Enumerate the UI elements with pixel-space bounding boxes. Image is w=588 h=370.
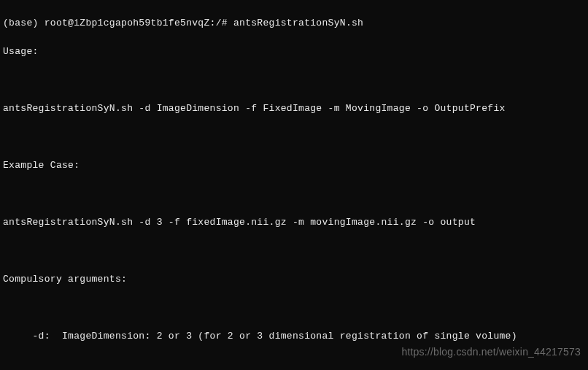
output-line: antsRegistrationSyN.sh -d ImageDimension… <box>3 101 585 116</box>
blank-line <box>3 244 585 258</box>
shell-prompt: (base) root@iZbp1cgapoh59tb1fe5nvqZ:/# <box>3 16 233 31</box>
output-line: antsRegistrationSyN.sh -d 3 -f fixedImag… <box>3 215 585 230</box>
prompt-line: (base) root@iZbp1cgapoh59tb1fe5nvqZ:/# a… <box>3 16 585 31</box>
blank-line <box>3 130 585 144</box>
terminal-output[interactable]: (base) root@iZbp1cgapoh59tb1fe5nvqZ:/# a… <box>3 1 585 370</box>
output-line: Compulsory arguments: <box>3 272 585 287</box>
output-line: Example Case: <box>3 158 585 173</box>
typed-command: antsRegistrationSyN.sh <box>233 16 363 31</box>
blank-line <box>3 187 585 201</box>
watermark-text: https://blog.csdn.net/weixin_44217573 <box>401 344 581 360</box>
blank-line <box>3 301 585 315</box>
output-line: -d: ImageDimension: 2 or 3 (for 2 or 3 d… <box>3 329 585 344</box>
output-line: Usage: <box>3 45 585 59</box>
blank-line <box>3 73 585 88</box>
